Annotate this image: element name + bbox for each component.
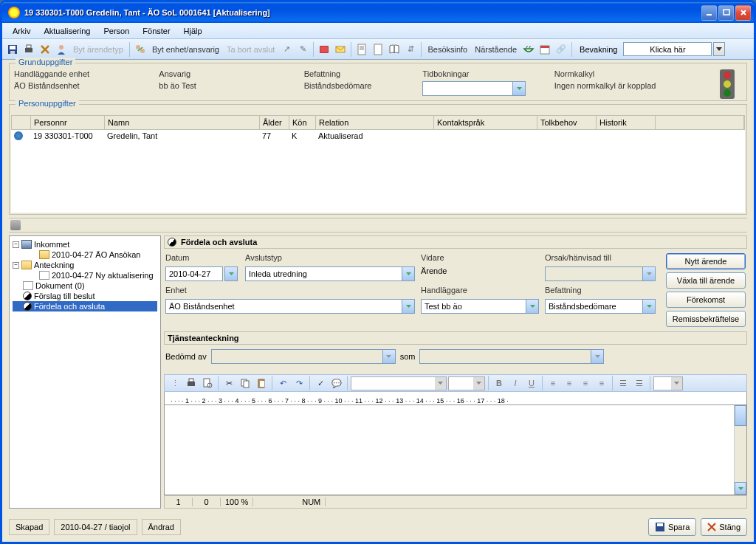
col-alder[interactable]: Ålder [260, 116, 289, 129]
menu-person[interactable]: Person [97, 24, 135, 38]
tree-fordela[interactable]: Fördela och avsluta [13, 301, 157, 311]
orsak-dropdown[interactable] [545, 266, 656, 281]
rte-cut-icon[interactable]: ✂ [221, 376, 236, 390]
tree-toggle-1[interactable]: − [13, 241, 19, 248]
tool-icon-2[interactable]: ✎ [295, 42, 310, 57]
ta-bort-avslut-button: Ta bort avslut [224, 45, 278, 54]
menu-hjalp[interactable]: Hjälp [178, 24, 208, 38]
rte-bullets-icon[interactable]: ☰ [616, 376, 630, 390]
save-icon[interactable] [5, 42, 20, 57]
rte-italic-icon[interactable]: I [508, 376, 523, 390]
rte-numbers-icon[interactable]: ☰ [632, 376, 647, 390]
avslutstyp-dropdown[interactable]: Inleda utredning [245, 266, 415, 281]
svg-rect-4 [10, 51, 15, 54]
rte-align-justify-icon[interactable]: ≡ [594, 376, 609, 390]
narstaende-button[interactable]: Närstående [472, 45, 520, 54]
som-dropdown[interactable] [419, 349, 604, 364]
bowl-icon[interactable] [521, 42, 536, 57]
close-button[interactable] [735, 5, 751, 21]
delete-icon[interactable] [38, 42, 52, 57]
tree-panel: − Inkommet 2010-04-27 ÄO Ansökan − Antec… [9, 235, 161, 509]
tool-icon-3[interactable]: ⇵ [403, 42, 418, 57]
rte-bold-icon[interactable]: B [492, 376, 506, 390]
calendar-icon[interactable] [537, 42, 552, 57]
mail-icon[interactable] [333, 42, 348, 57]
tree-dokument[interactable]: Dokument (0) [13, 280, 157, 291]
doc-icon-2[interactable] [371, 42, 385, 57]
handlaggare-dropdown[interactable]: Test bb äo [421, 299, 539, 314]
rte-align-center-icon[interactable]: ≡ [562, 376, 577, 390]
col-historik[interactable]: Historik [597, 116, 656, 129]
rte-align-right-icon[interactable]: ≡ [578, 376, 593, 390]
menu-arkiv[interactable]: Arkiv [7, 24, 36, 38]
rte-preview-icon[interactable] [200, 376, 215, 390]
rte-redo-icon[interactable]: ↷ [292, 376, 306, 390]
menu-bar: Arkiv Aktualisering Person Fönster Hjälp [2, 23, 754, 39]
swap-icon[interactable] [133, 42, 148, 57]
grund-legend: Grunduppgifter [16, 58, 75, 66]
maximize-button[interactable] [718, 5, 734, 21]
rte-undo-icon[interactable]: ↶ [275, 376, 290, 390]
rte-spellcheck-icon[interactable]: ✓ [313, 376, 328, 390]
datum-picker[interactable] [224, 266, 238, 281]
befattning2-dropdown[interactable]: Biståndsbedömare [545, 299, 656, 314]
enhet-dropdown[interactable]: ÄO Biståndsenhet [165, 299, 415, 314]
person-row[interactable]: 19 330301-T000 Gredelin, Tant 77 K Aktua… [11, 130, 745, 143]
tree-inkommet[interactable]: − Inkommet [13, 239, 157, 249]
scrollbar[interactable] [734, 405, 746, 495]
rte-print-icon[interactable] [184, 376, 199, 390]
datum-input[interactable]: 2010-04-27 [165, 266, 223, 281]
tidbok-dropdown[interactable] [422, 81, 526, 96]
scroll-thumb[interactable] [735, 405, 746, 426]
tool-icon-1[interactable]: ↗ [279, 42, 294, 57]
rte-align-left-icon[interactable]: ≡ [546, 376, 560, 390]
rte-editor[interactable] [164, 405, 747, 495]
bevakning-label: Bevakning [575, 45, 622, 54]
scroll-down-icon[interactable] [735, 482, 746, 495]
stang-button[interactable]: Stäng [701, 518, 747, 536]
row-kon: K [289, 130, 315, 143]
spara-button[interactable]: Spara [648, 518, 696, 536]
bedomd-label: Bedömd av [165, 352, 207, 361]
doc-icon-1[interactable] [354, 42, 369, 57]
database-icon[interactable] [10, 220, 21, 230]
forekomst-button[interactable]: Förekomst [666, 292, 746, 308]
rte-style-dropdown[interactable] [351, 376, 447, 390]
normkalkyl-value: Ingen normkalkyl är kopplad [554, 81, 712, 90]
person-icon[interactable] [54, 42, 69, 57]
rte-size-dropdown[interactable] [448, 376, 485, 390]
tree-anteckning[interactable]: − Anteckning [13, 260, 157, 270]
menu-aktualisering[interactable]: Aktualisering [38, 24, 96, 38]
nytt-arende-button[interactable]: Nytt ärende [666, 253, 746, 269]
col-personnr[interactable]: Personnr [31, 116, 105, 129]
print-icon[interactable] [21, 42, 36, 57]
book-icon[interactable] [317, 42, 331, 57]
byt-enhet-button[interactable]: Byt enhet/ansvarig [149, 45, 222, 54]
rte-copy-icon[interactable] [238, 376, 252, 390]
remiss-button[interactable]: Remissbekräftelse [666, 311, 746, 327]
rte-color-dropdown[interactable] [653, 376, 683, 390]
tree-inkommet-child[interactable]: 2010-04-27 ÄO Ansökan [13, 249, 157, 260]
col-tolkbehov[interactable]: Tolkbehov [537, 116, 597, 129]
window-title: 19 330301-T000 Gredelin, Tant - ÄO SoL 0… [23, 8, 701, 17]
col-relation[interactable]: Relation [316, 116, 434, 129]
tree-forslag[interactable]: Förslag till beslut [13, 291, 157, 301]
bedomd-dropdown[interactable] [211, 349, 396, 364]
col-kon[interactable]: Kön [289, 116, 316, 129]
besoksinfo-button[interactable]: Besöksinfo [425, 45, 470, 54]
bevakning-select[interactable]: Klicka här [623, 42, 712, 56]
col-kontaktsprak[interactable]: Kontaktspråk [434, 116, 537, 129]
col-namn[interactable]: Namn [105, 116, 260, 129]
bevakning-dropdown-arrow[interactable] [713, 42, 725, 56]
rte-speech-icon[interactable]: 💬 [329, 376, 344, 390]
open-book-icon[interactable] [387, 42, 402, 57]
menu-fonster[interactable]: Fönster [137, 24, 176, 38]
tree-toggle-2[interactable]: − [13, 262, 19, 269]
tree-anteckning-child[interactable]: 2010-04-27 Ny aktualisering [13, 270, 157, 280]
vaxla-button[interactable]: Växla till ärende [666, 272, 746, 289]
link-icon[interactable]: 🔗 [554, 42, 568, 57]
rte-paste-icon[interactable] [254, 376, 269, 390]
minimize-button[interactable] [701, 5, 717, 21]
rte-underline-icon[interactable]: U [524, 376, 539, 390]
befattning-label: Befattning [304, 69, 423, 78]
